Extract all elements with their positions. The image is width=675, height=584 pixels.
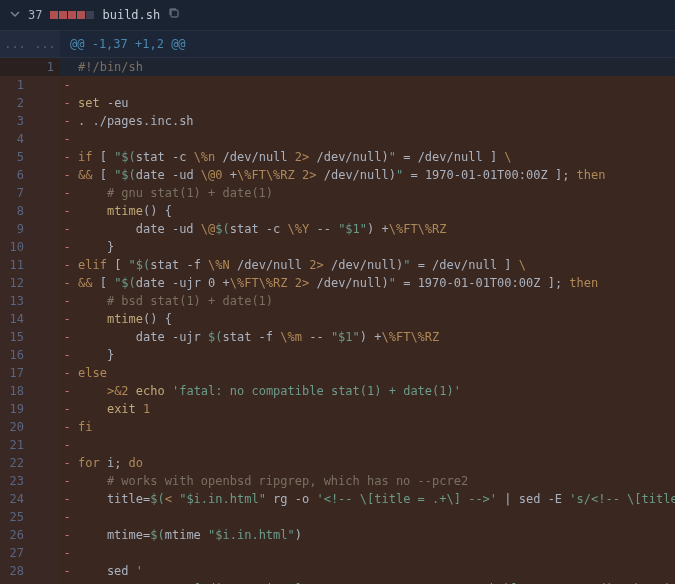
old-line-number[interactable]: 13 <box>0 292 30 310</box>
filename[interactable]: build.sh <box>102 6 160 24</box>
diff-marker: - <box>60 436 74 454</box>
old-line-number[interactable]: 19 <box>0 400 30 418</box>
new-line-number[interactable] <box>30 238 60 256</box>
code-content <box>74 130 675 148</box>
old-line-number[interactable]: 2 <box>0 94 30 112</box>
old-line-number[interactable]: 24 <box>0 490 30 508</box>
old-line-number[interactable]: 4 <box>0 130 30 148</box>
old-line-number[interactable]: 6 <box>0 166 30 184</box>
old-line-number[interactable]: 23 <box>0 472 30 490</box>
code-content: mtime() { <box>74 202 675 220</box>
new-line-number[interactable] <box>30 112 60 130</box>
old-line-number[interactable]: 16 <box>0 346 30 364</box>
hunk-old-col[interactable]: ... <box>0 31 30 57</box>
new-line-number[interactable] <box>30 562 60 580</box>
old-line-number[interactable]: 22 <box>0 454 30 472</box>
code-content: mtime=$(mtime "$i.in.html") <box>74 526 675 544</box>
new-line-number[interactable] <box>30 508 60 526</box>
diff-line: 23- # works with openbsd ripgrep, which … <box>0 472 675 490</box>
new-line-number[interactable] <box>30 418 60 436</box>
code-content: # works with openbsd ripgrep, which has … <box>74 472 675 490</box>
new-line-number[interactable] <box>30 310 60 328</box>
diff-line: 1- <box>0 76 675 94</box>
old-line-number[interactable]: 11 <box>0 256 30 274</box>
code-content: date -ud \@$(stat -c \%Y -- "$1") +\%FT\… <box>74 220 675 238</box>
diff-marker: - <box>60 526 74 544</box>
old-line-number[interactable]: 27 <box>0 544 30 562</box>
diff-marker: - <box>60 382 74 400</box>
new-line-number[interactable] <box>30 292 60 310</box>
copy-icon[interactable] <box>168 6 180 24</box>
new-line-number[interactable] <box>30 94 60 112</box>
code-content: date -ujr $(stat -f \%m -- "$1") +\%FT\%… <box>74 328 675 346</box>
new-line-number[interactable] <box>30 184 60 202</box>
new-line-number[interactable] <box>30 580 60 584</box>
old-line-number[interactable]: 8 <box>0 202 30 220</box>
old-line-number[interactable]: 20 <box>0 418 30 436</box>
new-line-number[interactable] <box>30 76 60 94</box>
chevron-down-icon[interactable] <box>10 6 20 24</box>
svg-rect-0 <box>171 10 178 17</box>
diff-line: 29- s/<!-- \[edit warning\] -->/<!-- WAR… <box>0 580 675 584</box>
code-content: && [ "$(date -ud \@0 +\%FT\%RZ 2> /dev/n… <box>74 166 675 184</box>
old-line-number[interactable]: 29 <box>0 580 30 584</box>
old-line-number[interactable]: 12 <box>0 274 30 292</box>
old-line-number[interactable]: 17 <box>0 364 30 382</box>
new-line-number[interactable] <box>30 346 60 364</box>
code-content: fi <box>74 418 675 436</box>
new-line-number[interactable] <box>30 274 60 292</box>
diff-line: 9- date -ud \@$(stat -c \%Y -- "$1") +\%… <box>0 220 675 238</box>
old-line-number[interactable]: 26 <box>0 526 30 544</box>
new-line-number[interactable] <box>30 400 60 418</box>
new-line-number[interactable] <box>30 382 60 400</box>
hunk-header: ... ... @@ -1,37 +1,2 @@ <box>0 31 675 58</box>
new-line-number[interactable] <box>30 256 60 274</box>
code-content <box>74 76 675 94</box>
new-line-number[interactable] <box>30 472 60 490</box>
new-line-number[interactable] <box>30 544 60 562</box>
new-line-number[interactable] <box>30 454 60 472</box>
old-line-number[interactable]: 3 <box>0 112 30 130</box>
diff-marker <box>60 58 74 76</box>
old-line-number[interactable]: 28 <box>0 562 30 580</box>
new-line-number[interactable] <box>30 148 60 166</box>
new-line-number[interactable] <box>30 526 60 544</box>
diff-marker: - <box>60 166 74 184</box>
diff-marker: - <box>60 346 74 364</box>
new-line-number[interactable] <box>30 436 60 454</box>
old-line-number[interactable]: 18 <box>0 382 30 400</box>
diff-line: 21- <box>0 436 675 454</box>
new-line-number[interactable] <box>30 490 60 508</box>
code-content: exit 1 <box>74 400 675 418</box>
code-content <box>74 508 675 526</box>
new-line-number[interactable] <box>30 202 60 220</box>
old-line-number[interactable]: 21 <box>0 436 30 454</box>
diff-marker: - <box>60 364 74 382</box>
old-line-number[interactable]: 5 <box>0 148 30 166</box>
new-line-number[interactable] <box>30 130 60 148</box>
hunk-new-col[interactable]: ... <box>30 31 60 57</box>
new-line-number[interactable] <box>30 220 60 238</box>
new-line-number[interactable] <box>30 166 60 184</box>
new-line-number[interactable] <box>30 364 60 382</box>
diff-marker: - <box>60 130 74 148</box>
diff-body: 1 #!/bin/sh1-2-set -eu3-. ./pages.inc.sh… <box>0 58 675 584</box>
new-line-number[interactable] <box>30 328 60 346</box>
diff-line: 10- } <box>0 238 675 256</box>
code-content: && [ "$(date -ujr 0 +\%FT\%RZ 2> /dev/nu… <box>74 274 675 292</box>
diff-marker: - <box>60 94 74 112</box>
old-line-number[interactable] <box>0 58 30 76</box>
diff-line: 4- <box>0 130 675 148</box>
old-line-number[interactable]: 7 <box>0 184 30 202</box>
diff-line: 12-&& [ "$(date -ujr 0 +\%FT\%RZ 2> /dev… <box>0 274 675 292</box>
old-line-number[interactable]: 10 <box>0 238 30 256</box>
new-line-number[interactable]: 1 <box>30 58 60 76</box>
diff-line: 5-if [ "$(stat -c \%n /dev/null 2> /dev/… <box>0 148 675 166</box>
old-line-number[interactable]: 14 <box>0 310 30 328</box>
old-line-number[interactable]: 1 <box>0 76 30 94</box>
diff-marker: - <box>60 454 74 472</box>
diff-marker: - <box>60 292 74 310</box>
old-line-number[interactable]: 9 <box>0 220 30 238</box>
old-line-number[interactable]: 25 <box>0 508 30 526</box>
old-line-number[interactable]: 15 <box>0 328 30 346</box>
